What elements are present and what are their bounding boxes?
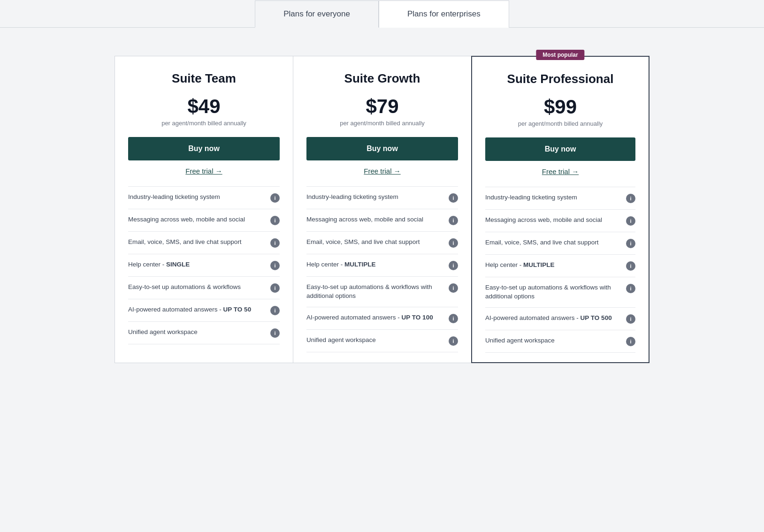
plans-grid: Suite Team $49 per agent/month billed an… xyxy=(115,56,649,363)
plan-name-suite-growth: Suite Growth xyxy=(306,71,458,86)
buy-now-button-suite-professional[interactable]: Buy now xyxy=(485,137,635,161)
info-icon[interactable]: i xyxy=(449,238,458,248)
feature-text: Messaging across web, mobile and social xyxy=(306,215,445,224)
free-trial-link-suite-growth[interactable]: Free trial → xyxy=(306,167,458,175)
info-icon[interactable]: i xyxy=(626,239,635,248)
feature-row: Unified agent workspace i xyxy=(128,322,280,344)
feature-row: Easy-to-set up automations & workflows i xyxy=(128,277,280,299)
feature-row: Unified agent workspace i xyxy=(306,330,458,352)
feature-row: Easy-to-set up automations & workflows w… xyxy=(306,277,458,307)
tab-everyone[interactable]: Plans for everyone xyxy=(255,0,379,28)
features-list-suite-professional: Industry-leading ticketing system i Mess… xyxy=(485,187,635,353)
feature-text: Easy-to-set up automations & workflows w… xyxy=(485,283,622,301)
tab-enterprises[interactable]: Plans for enterprises xyxy=(379,0,509,28)
info-icon[interactable]: i xyxy=(449,336,458,346)
feature-text: Help center - SINGLE xyxy=(128,260,267,269)
feature-text: Help center - MULTIPLE xyxy=(306,260,445,269)
plan-card-suite-team: Suite Team $49 per agent/month billed an… xyxy=(115,56,293,363)
buy-now-button-suite-growth[interactable]: Buy now xyxy=(306,137,458,160)
info-icon[interactable]: i xyxy=(270,193,280,203)
feature-row: AI-powered automated answers - UP TO 50 … xyxy=(128,299,280,322)
free-trial-link-suite-team[interactable]: Free trial → xyxy=(128,167,280,175)
info-icon[interactable]: i xyxy=(449,314,458,323)
feature-text: Unified agent workspace xyxy=(128,328,267,337)
feature-text: AI-powered automated answers - UP TO 50 xyxy=(128,305,267,314)
feature-row: AI-powered automated answers - UP TO 500… xyxy=(485,308,635,330)
info-icon[interactable]: i xyxy=(270,328,280,338)
plan-billing-suite-team: per agent/month billed annually xyxy=(128,120,280,127)
feature-row: Industry-leading ticketing system i xyxy=(485,187,635,210)
feature-row: Email, voice, SMS, and live chat support… xyxy=(128,232,280,254)
plan-billing-suite-growth: per agent/month billed annually xyxy=(306,120,458,127)
plans-wrapper: Suite Team $49 per agent/month billed an… xyxy=(100,46,664,382)
most-popular-badge: Most popular xyxy=(536,50,584,60)
features-list-suite-growth: Industry-leading ticketing system i Mess… xyxy=(306,186,458,352)
feature-row: Help center - SINGLE i xyxy=(128,254,280,277)
info-icon[interactable]: i xyxy=(626,194,635,203)
tab-everyone-label: Plans for everyone xyxy=(283,9,350,18)
feature-text: Unified agent workspace xyxy=(306,336,445,345)
feature-row: Email, voice, SMS, and live chat support… xyxy=(485,232,635,255)
feature-text: Messaging across web, mobile and social xyxy=(128,215,267,224)
feature-row: Messaging across web, mobile and social … xyxy=(306,209,458,232)
feature-row: Help center - MULTIPLE i xyxy=(485,255,635,277)
feature-text: Help center - MULTIPLE xyxy=(485,261,622,270)
plan-card-suite-professional: Most popular Suite Professional $99 per … xyxy=(471,56,649,363)
info-icon[interactable]: i xyxy=(626,261,635,271)
feature-text: Industry-leading ticketing system xyxy=(128,193,267,202)
feature-text: Industry-leading ticketing system xyxy=(485,193,622,202)
info-icon[interactable]: i xyxy=(626,216,635,226)
feature-text: Email, voice, SMS, and live chat support xyxy=(485,238,622,247)
feature-row: Unified agent workspace i xyxy=(485,330,635,353)
info-icon[interactable]: i xyxy=(270,216,280,225)
feature-row: Messaging across web, mobile and social … xyxy=(485,210,635,232)
feature-text: Messaging across web, mobile and social xyxy=(485,216,622,225)
info-icon[interactable]: i xyxy=(449,261,458,270)
feature-text: Easy-to-set up automations & workflows xyxy=(128,283,267,292)
buy-now-button-suite-team[interactable]: Buy now xyxy=(128,137,280,160)
plan-name-suite-team: Suite Team xyxy=(128,71,280,86)
feature-text: Unified agent workspace xyxy=(485,336,622,345)
feature-text: Email, voice, SMS, and live chat support xyxy=(306,238,445,247)
plan-billing-suite-professional: per agent/month billed annually xyxy=(485,120,635,127)
info-icon[interactable]: i xyxy=(449,193,458,203)
info-icon[interactable]: i xyxy=(626,337,635,346)
info-icon[interactable]: i xyxy=(449,216,458,225)
feature-row: AI-powered automated answers - UP TO 100… xyxy=(306,307,458,330)
feature-text: AI-powered automated answers - UP TO 500 xyxy=(485,314,622,323)
feature-row: Industry-leading ticketing system i xyxy=(306,187,458,209)
info-icon[interactable]: i xyxy=(270,261,280,270)
feature-row: Messaging across web, mobile and social … xyxy=(128,209,280,232)
plan-price-suite-growth: $79 xyxy=(306,95,458,118)
feature-row: Industry-leading ticketing system i xyxy=(128,187,280,209)
info-icon[interactable]: i xyxy=(626,314,635,324)
info-icon[interactable]: i xyxy=(626,284,635,293)
feature-text: AI-powered automated answers - UP TO 100 xyxy=(306,313,445,322)
feature-row: Email, voice, SMS, and live chat support… xyxy=(306,232,458,254)
info-icon[interactable]: i xyxy=(270,283,280,293)
feature-row: Help center - MULTIPLE i xyxy=(306,254,458,277)
tabs-container: Plans for everyone Plans for enterprises xyxy=(0,0,764,27)
free-trial-link-suite-professional[interactable]: Free trial → xyxy=(485,167,635,175)
features-list-suite-team: Industry-leading ticketing system i Mess… xyxy=(128,186,280,344)
info-icon[interactable]: i xyxy=(270,306,280,315)
plan-card-suite-growth: Suite Growth $79 per agent/month billed … xyxy=(293,56,471,363)
info-icon[interactable]: i xyxy=(270,238,280,248)
feature-text: Easy-to-set up automations & workflows w… xyxy=(306,283,445,301)
feature-text: Industry-leading ticketing system xyxy=(306,193,445,202)
plan-name-suite-professional: Suite Professional xyxy=(485,72,635,86)
feature-row: Easy-to-set up automations & workflows w… xyxy=(485,277,635,308)
plan-price-suite-team: $49 xyxy=(128,95,280,118)
plan-price-suite-professional: $99 xyxy=(485,96,635,118)
info-icon[interactable]: i xyxy=(449,283,458,293)
tab-enterprises-label: Plans for enterprises xyxy=(407,9,481,18)
feature-text: Email, voice, SMS, and live chat support xyxy=(128,238,267,247)
